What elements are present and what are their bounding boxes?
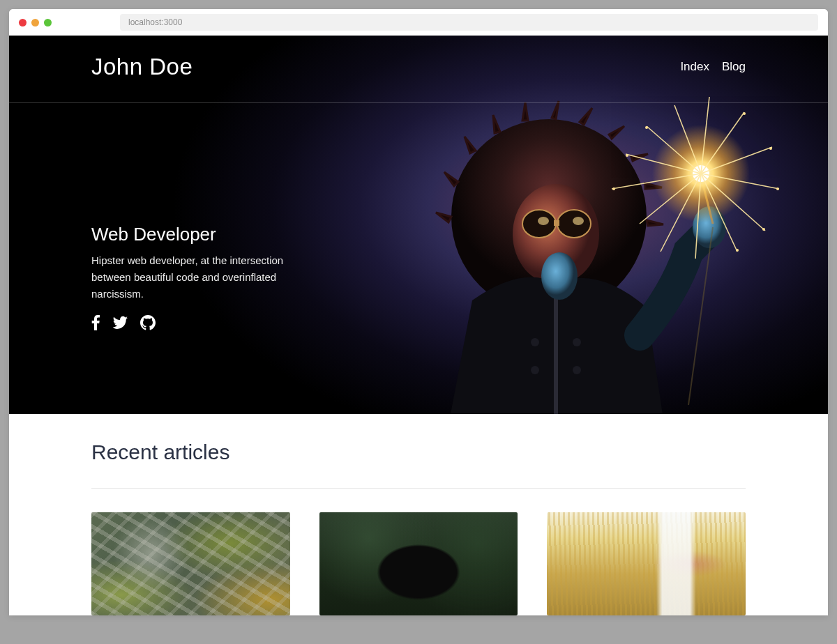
- browser-window: localhost:3000 John Doe Index Blog: [9, 9, 828, 615]
- svg-point-10: [573, 366, 581, 374]
- article-card[interactable]: [91, 512, 290, 615]
- nav-links: Index Blog: [680, 60, 746, 74]
- svg-point-37: [736, 249, 739, 252]
- svg-point-5: [538, 217, 549, 225]
- svg-point-36: [762, 228, 765, 231]
- svg-point-9: [573, 338, 581, 346]
- svg-point-33: [743, 112, 746, 115]
- svg-point-35: [776, 187, 779, 190]
- hero-text: Web Developer Hipster web developer, at …: [91, 224, 294, 330]
- nav-link-blog[interactable]: Blog: [722, 60, 746, 74]
- article-thumbnail: [547, 512, 746, 615]
- svg-rect-4: [555, 221, 559, 225]
- facebook-icon[interactable]: [91, 315, 100, 330]
- svg-point-34: [769, 147, 772, 150]
- articles-section: Recent articles: [9, 414, 828, 615]
- svg-point-31: [626, 154, 628, 157]
- github-icon[interactable]: [140, 315, 156, 330]
- article-thumbnail: [319, 512, 518, 615]
- maximize-window-icon[interactable]: [44, 19, 52, 26]
- minimize-window-icon[interactable]: [31, 19, 39, 26]
- svg-point-3: [557, 210, 591, 238]
- svg-point-7: [531, 338, 539, 346]
- twitter-icon[interactable]: [112, 316, 128, 330]
- browser-chrome: localhost:3000: [9, 9, 828, 36]
- hero-subtitle: Hipster web developer, at the intersecti…: [91, 252, 294, 302]
- svg-point-8: [531, 366, 539, 374]
- article-card[interactable]: [319, 512, 518, 615]
- nav-link-index[interactable]: Index: [680, 60, 709, 74]
- page: John Doe Index Blog: [9, 36, 828, 615]
- svg-point-6: [573, 217, 584, 225]
- article-card[interactable]: [547, 512, 746, 615]
- hero-heading: Web Developer: [91, 224, 294, 245]
- svg-point-2: [522, 210, 556, 238]
- hero-section: John Doe Index Blog: [9, 36, 828, 414]
- article-cards: [91, 512, 746, 615]
- article-thumbnail: [91, 512, 290, 615]
- hero-image: [347, 84, 793, 414]
- divider: [91, 488, 746, 489]
- address-bar[interactable]: localhost:3000: [120, 14, 818, 31]
- svg-point-11: [541, 252, 578, 300]
- social-links: [91, 315, 294, 330]
- close-window-icon[interactable]: [19, 19, 27, 26]
- articles-heading: Recent articles: [91, 440, 746, 464]
- address-bar-text: localhost:3000: [128, 17, 182, 27]
- svg-point-32: [612, 187, 615, 190]
- top-nav: John Doe Index Blog: [9, 36, 828, 103]
- site-title[interactable]: John Doe: [91, 54, 193, 80]
- traffic-lights: [19, 19, 52, 26]
- svg-point-30: [645, 126, 648, 129]
